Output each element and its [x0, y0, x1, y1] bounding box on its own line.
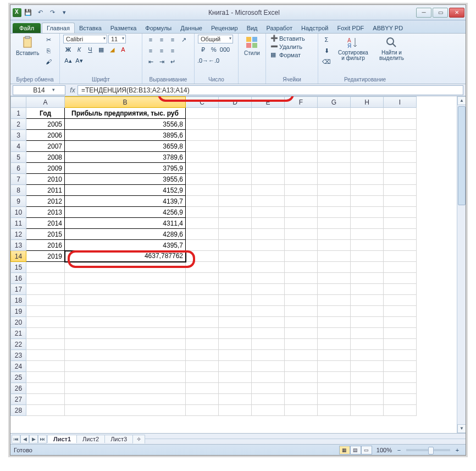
cell-I11[interactable] — [384, 218, 417, 229]
row-header-21[interactable]: 21 — [11, 328, 26, 339]
cell-H15[interactable] — [351, 262, 384, 273]
cell-B27[interactable] — [65, 394, 186, 405]
cell-D12[interactable] — [219, 229, 252, 240]
cell-G19[interactable] — [318, 306, 351, 317]
tab-insert[interactable]: Вставка — [75, 23, 106, 33]
cell-B10[interactable]: 4256,9 — [65, 207, 186, 218]
cell-H9[interactable] — [351, 196, 384, 207]
cell-A24[interactable] — [26, 361, 65, 372]
cell-C7[interactable] — [186, 174, 219, 185]
format-painter-button[interactable]: 🖌 — [43, 57, 53, 67]
cell-D28[interactable] — [219, 405, 252, 416]
cell-C22[interactable] — [186, 339, 219, 350]
row-header-16[interactable]: 16 — [11, 273, 26, 284]
cell-B4[interactable]: 3659,8 — [65, 141, 186, 152]
cell-C3[interactable] — [186, 130, 219, 141]
cell-B2[interactable]: 3556,8 — [65, 119, 186, 130]
cell-I27[interactable] — [384, 394, 417, 405]
cell-E22[interactable] — [252, 339, 285, 350]
cell-I9[interactable] — [384, 196, 417, 207]
cell-D11[interactable] — [219, 218, 252, 229]
cell-C16[interactable] — [186, 273, 219, 284]
cell-B19[interactable] — [65, 306, 186, 317]
row-header-9[interactable]: 9 — [11, 196, 26, 207]
clear-button[interactable]: ⌫ — [322, 57, 331, 67]
cell-D18[interactable] — [219, 295, 252, 306]
cell-F2[interactable] — [285, 119, 318, 130]
cell-C18[interactable] — [186, 295, 219, 306]
row-header-7[interactable]: 7 — [11, 174, 26, 185]
row-header-23[interactable]: 23 — [11, 350, 26, 361]
tab-addins[interactable]: Надстрой — [297, 23, 333, 33]
tab-home[interactable]: Главная — [42, 23, 75, 33]
cell-E15[interactable] — [252, 262, 285, 273]
cell-G14[interactable] — [318, 251, 351, 262]
cell-C5[interactable] — [186, 152, 219, 163]
row-header-12[interactable]: 12 — [11, 229, 26, 240]
cell-G21[interactable] — [318, 328, 351, 339]
sheet-tab-3[interactable]: Лист3 — [104, 435, 133, 443]
cell-I25[interactable] — [384, 372, 417, 383]
row-header-2[interactable]: 2 — [11, 119, 26, 130]
row-header-20[interactable]: 20 — [11, 317, 26, 328]
cell-A6[interactable]: 2009 — [26, 163, 65, 174]
cell-I26[interactable] — [384, 383, 417, 394]
font-color-button[interactable]: A — [118, 45, 128, 54]
cell-D1[interactable] — [219, 108, 252, 119]
cell-F1[interactable] — [285, 108, 318, 119]
fill-button[interactable]: ⬇ — [322, 46, 331, 56]
cell-A11[interactable]: 2014 — [26, 218, 65, 229]
row-header-13[interactable]: 13 — [11, 240, 26, 251]
fx-button[interactable]: fx — [68, 86, 78, 94]
cell-E11[interactable] — [252, 218, 285, 229]
cell-C2[interactable] — [186, 119, 219, 130]
cell-A2[interactable]: 2005 — [26, 119, 65, 130]
col-header-D[interactable]: D — [219, 97, 252, 108]
currency-button[interactable]: ₽ — [198, 45, 208, 54]
tab-abbyy[interactable]: ABBYY PD — [368, 23, 407, 33]
cell-I13[interactable] — [384, 240, 417, 251]
cell-G4[interactable] — [318, 141, 351, 152]
insert-cells-button[interactable]: ➕Вставить — [269, 35, 306, 42]
cell-A18[interactable] — [26, 295, 65, 306]
cell-D7[interactable] — [219, 174, 252, 185]
cell-I1[interactable] — [384, 108, 417, 119]
cell-H12[interactable] — [351, 229, 384, 240]
sheet-nav-first[interactable]: ⏮ — [12, 435, 20, 443]
cell-I5[interactable] — [384, 152, 417, 163]
cell-I6[interactable] — [384, 163, 417, 174]
cell-F12[interactable] — [285, 229, 318, 240]
cell-B8[interactable]: 4152,9 — [65, 185, 186, 196]
cell-A7[interactable]: 2010 — [26, 174, 65, 185]
cell-A1[interactable]: Год — [26, 108, 65, 119]
cell-E27[interactable] — [252, 394, 285, 405]
cell-F28[interactable] — [285, 405, 318, 416]
cell-B15[interactable] — [65, 262, 186, 273]
col-header-G[interactable]: G — [318, 97, 351, 108]
sheet-nav-prev[interactable]: ◀ — [20, 435, 29, 443]
cell-D8[interactable] — [219, 185, 252, 196]
cell-C15[interactable] — [186, 262, 219, 273]
cell-C1[interactable] — [186, 108, 219, 119]
row-header-22[interactable]: 22 — [11, 339, 26, 350]
col-header-E[interactable]: E — [252, 97, 285, 108]
cell-I7[interactable] — [384, 174, 417, 185]
cell-A14[interactable]: 2019 — [26, 251, 65, 262]
row-header-5[interactable]: 5 — [11, 152, 26, 163]
cell-E17[interactable] — [252, 284, 285, 295]
cell-D15[interactable] — [219, 262, 252, 273]
cell-E2[interactable] — [252, 119, 285, 130]
row-header-8[interactable]: 8 — [11, 185, 26, 196]
tab-review[interactable]: Рецензир — [207, 23, 242, 33]
increase-indent-button[interactable]: ⇥ — [157, 57, 167, 67]
cell-B22[interactable] — [65, 339, 186, 350]
align-center-button[interactable]: ≡ — [157, 46, 167, 56]
cell-I24[interactable] — [384, 361, 417, 372]
orientation-button[interactable]: ↗ — [179, 35, 189, 45]
cell-G3[interactable] — [318, 130, 351, 141]
cell-H3[interactable] — [351, 130, 384, 141]
cell-G2[interactable] — [318, 119, 351, 130]
cell-B21[interactable] — [65, 328, 186, 339]
cell-C4[interactable] — [186, 141, 219, 152]
cell-B23[interactable] — [65, 350, 186, 361]
